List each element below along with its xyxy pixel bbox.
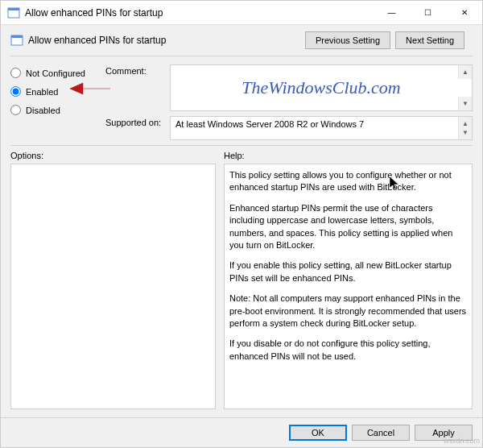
- next-setting-button[interactable]: Next Setting: [395, 31, 464, 49]
- window-title: Allow enhanced PINs for startup: [25, 7, 374, 19]
- options-panel: Options:: [10, 151, 216, 409]
- policy-icon: [10, 34, 23, 47]
- svg-rect-1: [8, 8, 19, 10]
- radio-enabled[interactable]: Enabled: [10, 86, 99, 97]
- help-panel: Help: This policy setting allows you to …: [224, 151, 473, 409]
- apply-button[interactable]: Apply: [415, 425, 473, 441]
- footer: OK Cancel Apply: [1, 417, 482, 447]
- help-box[interactable]: This policy setting allows you to config…: [224, 164, 473, 409]
- cancel-button[interactable]: Cancel: [352, 425, 410, 441]
- options-label: Options:: [10, 151, 216, 160]
- scroll-up-icon[interactable]: ▲: [458, 65, 472, 79]
- supported-text-box: At least Windows Server 2008 R2 or Windo…: [170, 116, 473, 140]
- close-button[interactable]: ✕: [446, 1, 482, 24]
- supported-value: At least Windows Server 2008 R2 or Windo…: [175, 119, 364, 129]
- help-paragraph: If you disable or do not configure this …: [229, 338, 467, 363]
- radio-disabled[interactable]: Disabled: [10, 105, 99, 115]
- comment-label: Comment:: [105, 64, 165, 76]
- help-paragraph: Enhanced startup PINs permit the use of …: [229, 202, 467, 252]
- supported-label: Supported on:: [105, 116, 165, 127]
- help-paragraph: This policy setting allows you to config…: [229, 169, 467, 194]
- help-paragraph: If you enable this policy setting, all n…: [229, 259, 467, 284]
- radio-not-configured[interactable]: Not Configured: [10, 68, 99, 78]
- titlebar: Allow enhanced PINs for startup ― ☐ ✕: [1, 1, 482, 25]
- scroll-down-icon[interactable]: ▼: [458, 97, 472, 110]
- radio-label: Enabled: [26, 87, 58, 97]
- window-controls: ― ☐ ✕: [374, 1, 482, 24]
- config-area: Not Configured Enabled Disabled Comment:…: [1, 56, 482, 145]
- main-area: Options: Help: This policy setting allow…: [1, 146, 482, 417]
- ok-button[interactable]: OK: [289, 425, 347, 441]
- scroll-down-icon[interactable]: ▼: [458, 126, 472, 139]
- minimize-button[interactable]: ―: [374, 1, 410, 24]
- previous-setting-button[interactable]: Previous Setting: [305, 31, 390, 49]
- radio-label: Not Configured: [26, 68, 85, 78]
- subtitle-bar: Allow enhanced PINs for startup Previous…: [1, 25, 482, 56]
- svg-rect-3: [11, 35, 23, 38]
- help-paragraph: Note: Not all computers may support enha…: [229, 292, 467, 330]
- radio-group: Not Configured Enabled Disabled: [10, 64, 99, 140]
- subtitle-text: Allow enhanced PINs for startup: [28, 35, 305, 46]
- options-box: [10, 164, 216, 409]
- watermark-text: TheWindowsClub.com: [242, 77, 400, 98]
- dialog-window: Allow enhanced PINs for startup ― ☐ ✕ Al…: [0, 0, 483, 448]
- radio-label: Disabled: [26, 106, 60, 115]
- maximize-button[interactable]: ☐: [410, 1, 446, 24]
- policy-icon: [7, 6, 20, 19]
- comment-textarea[interactable]: ▲ TheWindowsClub.com ▼: [170, 64, 473, 111]
- help-label: Help:: [224, 151, 473, 160]
